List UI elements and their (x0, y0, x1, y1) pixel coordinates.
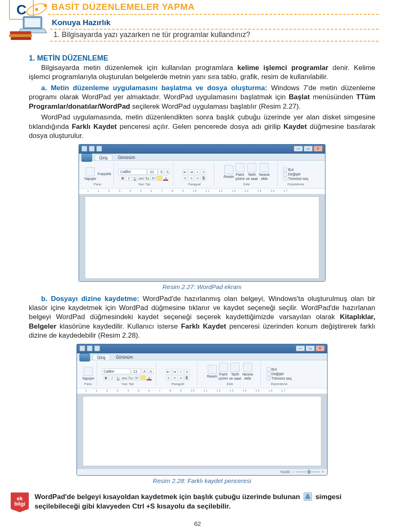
highlight-icon[interactable] (157, 175, 162, 181)
tab-gorunum[interactable]: Görünüm (112, 354, 137, 360)
insert-image-icon[interactable] (208, 365, 217, 374)
svg-rect-7 (11, 37, 31, 40)
italic-button[interactable]: I (109, 375, 115, 380)
close-button[interactable]: ✕ (314, 146, 323, 152)
save-disk-icon (304, 492, 312, 501)
wp-status-bar: %100 − + (77, 469, 327, 475)
insert-image-icon[interactable] (224, 165, 233, 174)
select-all-icon[interactable] (267, 376, 271, 380)
zoom-in-button[interactable]: + (322, 470, 324, 474)
wordpad-app-button[interactable] (79, 353, 90, 362)
strike-button[interactable]: abc (138, 175, 144, 181)
align-right-icon[interactable]: ≡ (195, 175, 200, 181)
find-icon[interactable] (283, 168, 287, 172)
insert-object-icon[interactable] (243, 363, 252, 372)
insert-datetime-icon[interactable] (247, 163, 256, 172)
minimize-button[interactable]: — (296, 345, 305, 351)
undo-icon[interactable] (89, 146, 95, 152)
bullets-icon[interactable]: • (195, 169, 200, 175)
laptop-books-icon (9, 16, 48, 41)
minimize-button[interactable]: — (294, 146, 303, 152)
dashed-rule (48, 14, 379, 15)
insert-object-icon[interactable] (260, 163, 269, 172)
font-size-select[interactable]: 11 (131, 369, 141, 374)
subscript-button[interactable]: X₂ (144, 175, 150, 181)
redo-icon[interactable] (96, 146, 102, 152)
align-right-icon[interactable]: ≡ (178, 375, 184, 380)
zoom-slider[interactable] (295, 471, 320, 473)
align-left-icon[interactable]: ≡ (182, 175, 188, 181)
bold-button[interactable]: B (120, 175, 125, 181)
align-justify-icon[interactable]: ≣ (201, 175, 206, 181)
maximize-button[interactable]: ▭ (304, 146, 313, 152)
wp-titlebar: — ▭ ✕ (79, 145, 325, 154)
grow-font-icon[interactable]: A (158, 169, 164, 174)
line-spacing-icon[interactable]: ≡ (201, 169, 206, 175)
wp-document-page[interactable] (83, 396, 321, 466)
figure-save-as: — ▭ ✕ Giriş Görünüm Yapıştır Pano (77, 344, 328, 476)
tab-giris[interactable]: Giriş (95, 154, 112, 160)
tab-giris[interactable]: Giriş (93, 354, 110, 360)
underline-button[interactable]: U (116, 375, 121, 380)
align-center-icon[interactable]: ≡ (188, 175, 194, 181)
save-icon[interactable] (79, 345, 85, 351)
insert-datetime-icon[interactable] (230, 363, 239, 372)
svg-rect-4 (25, 18, 40, 27)
superscript-button[interactable]: X² (134, 375, 139, 380)
wp-ribbon: Yapıştır Kopyala Pano Calibri 11 A A (79, 160, 325, 188)
maximize-button[interactable]: ▭ (306, 345, 315, 351)
find-icon[interactable] (267, 367, 271, 371)
superscript-button[interactable]: X² (151, 175, 156, 181)
shrink-font-icon[interactable]: A (148, 369, 153, 374)
wp-ribbon: Yapıştır Pano Calibri 11 A A B I U (77, 360, 327, 388)
font-name-select[interactable]: Calibri (118, 169, 147, 175)
paste-icon[interactable] (84, 367, 93, 376)
underline-button[interactable]: U (132, 175, 137, 181)
insert-paint-icon[interactable] (219, 363, 228, 372)
paragraph-intro: Bilgisayarda metin düzenlemek için kulla… (29, 63, 375, 82)
align-justify-icon[interactable]: ≣ (184, 375, 190, 380)
extra-info-box: ek bilgi WordPad'de belgeyi kısayoldan k… (11, 492, 375, 511)
font-size-select[interactable]: 11 (148, 169, 158, 175)
strike-button[interactable]: abc (122, 375, 127, 380)
italic-button[interactable]: I (126, 175, 131, 181)
increase-indent-icon[interactable]: ⇥ (172, 369, 177, 374)
close-button[interactable]: ✕ (316, 345, 325, 351)
ribbon-group-font: Calibri 11 A A B I U abc X₂ X² A (99, 362, 156, 386)
highlight-icon[interactable] (140, 375, 146, 380)
align-left-icon[interactable]: ≡ (166, 375, 171, 380)
decrease-indent-icon[interactable]: ⇤ (166, 369, 171, 374)
wordpad-app-button[interactable] (81, 154, 92, 162)
font-color-icon[interactable]: A (163, 175, 168, 181)
dashed-rule (50, 29, 379, 30)
bold-button[interactable]: B (103, 375, 109, 380)
copy-label[interactable]: Kopyala (98, 172, 111, 176)
decrease-indent-icon[interactable]: ⇤ (182, 169, 188, 175)
increase-indent-icon[interactable]: ⇥ (188, 169, 194, 175)
paste-icon[interactable] (86, 167, 95, 176)
bullets-icon[interactable]: • (178, 369, 184, 374)
tab-gorunum[interactable]: Görünüm (114, 154, 139, 160)
align-center-icon[interactable]: ≡ (172, 375, 177, 380)
undo-icon[interactable] (87, 345, 93, 351)
ribbon-group-editing: Bul Değiştir Tümünü seç Düzenleme (279, 162, 312, 187)
figure-caption-2: Resim 2.28: Farklı kaydet penceresi (29, 477, 375, 484)
redo-icon[interactable] (94, 345, 100, 351)
font-color-icon[interactable]: A (146, 375, 152, 380)
ribbon-group-paragraph: ⇤ ⇥ • ≡ ≡ ≡ ≡ ≣ Paragraf (175, 162, 214, 187)
wp-document-page[interactable] (85, 196, 319, 279)
grow-font-icon[interactable]: A (142, 369, 147, 374)
replace-icon[interactable] (267, 372, 271, 376)
shrink-font-icon[interactable]: A (165, 169, 170, 174)
replace-icon[interactable] (283, 172, 287, 176)
preparation-question: 1. Bilgisayarda yazı yazarken ne tür pro… (53, 30, 379, 39)
zoom-out-button[interactable]: − (291, 470, 293, 474)
font-name-select[interactable]: Calibri (102, 369, 130, 374)
select-all-icon[interactable] (283, 177, 287, 181)
save-icon[interactable] (81, 146, 87, 152)
line-spacing-icon[interactable]: ≡ (184, 369, 190, 374)
ribbon-group-pano: Yapıştır Pano (79, 362, 97, 386)
insert-paint-icon[interactable] (235, 163, 244, 172)
subscript-button[interactable]: X₂ (128, 375, 133, 380)
extra-info-text: WordPad'de belgeyi kısayoldan kaydetmek … (35, 492, 375, 511)
